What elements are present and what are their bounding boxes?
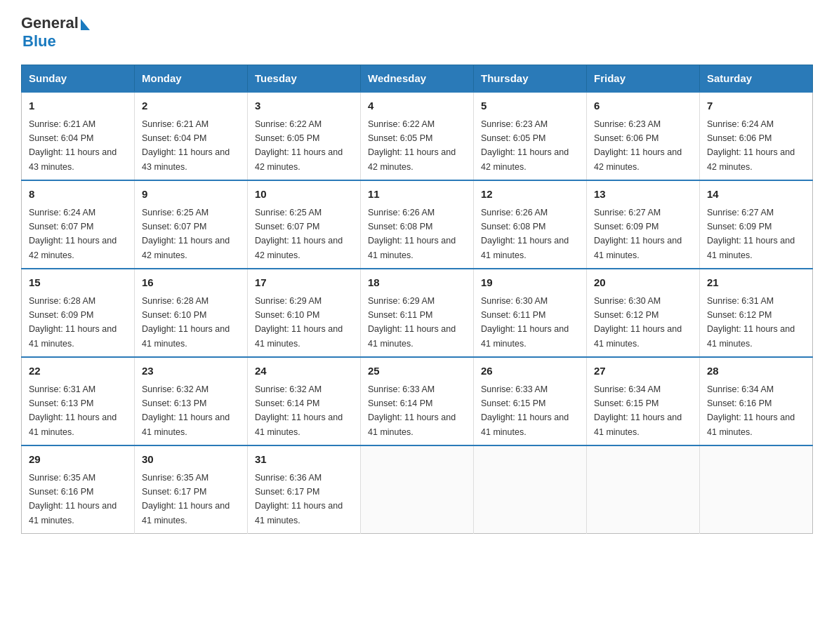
- day-info: Sunrise: 6:30 AMSunset: 6:11 PMDaylight:…: [481, 296, 569, 349]
- calendar-cell: 1 Sunrise: 6:21 AMSunset: 6:04 PMDayligh…: [22, 92, 135, 180]
- weekday-header-saturday: Saturday: [700, 65, 813, 93]
- day-info: Sunrise: 6:29 AMSunset: 6:10 PMDaylight:…: [255, 296, 343, 349]
- day-info: Sunrise: 6:25 AMSunset: 6:07 PMDaylight:…: [255, 208, 343, 260]
- logo: General Blue: [21, 14, 90, 51]
- calendar-cell: 6 Sunrise: 6:23 AMSunset: 6:06 PMDayligh…: [587, 92, 700, 180]
- day-info: Sunrise: 6:26 AMSunset: 6:08 PMDaylight:…: [368, 208, 456, 260]
- day-number: 24: [255, 363, 353, 380]
- calendar-cell: 13 Sunrise: 6:27 AMSunset: 6:09 PMDaylig…: [587, 180, 700, 269]
- day-number: 31: [255, 452, 353, 468]
- day-info: Sunrise: 6:35 AMSunset: 6:16 PMDaylight:…: [29, 473, 117, 525]
- day-number: 18: [368, 275, 466, 291]
- calendar-cell: 20 Sunrise: 6:30 AMSunset: 6:12 PMDaylig…: [587, 269, 700, 357]
- weekday-header-monday: Monday: [135, 65, 248, 93]
- calendar-cell: 19 Sunrise: 6:30 AMSunset: 6:11 PMDaylig…: [474, 269, 587, 357]
- day-number: 28: [707, 363, 805, 380]
- logo-line1: General: [21, 14, 90, 32]
- day-number: 1: [29, 98, 127, 114]
- day-info: Sunrise: 6:33 AMSunset: 6:14 PMDaylight:…: [368, 384, 456, 437]
- day-info: Sunrise: 6:21 AMSunset: 6:04 PMDaylight:…: [142, 119, 230, 172]
- day-info: Sunrise: 6:35 AMSunset: 6:17 PMDaylight:…: [142, 473, 230, 525]
- day-number: 14: [707, 187, 805, 203]
- day-number: 17: [255, 275, 353, 291]
- calendar-cell: 24 Sunrise: 6:32 AMSunset: 6:14 PMDaylig…: [248, 357, 361, 445]
- calendar-cell: 15 Sunrise: 6:28 AMSunset: 6:09 PMDaylig…: [22, 269, 135, 357]
- calendar-cell: 9 Sunrise: 6:25 AMSunset: 6:07 PMDayligh…: [135, 180, 248, 269]
- day-info: Sunrise: 6:27 AMSunset: 6:09 PMDaylight:…: [594, 208, 682, 260]
- day-number: 21: [707, 275, 805, 291]
- calendar-cell: 5 Sunrise: 6:23 AMSunset: 6:05 PMDayligh…: [474, 92, 587, 180]
- calendar-cell: 7 Sunrise: 6:24 AMSunset: 6:06 PMDayligh…: [700, 92, 813, 180]
- logo-triangle-icon: [81, 19, 90, 30]
- day-info: Sunrise: 6:24 AMSunset: 6:07 PMDaylight:…: [29, 208, 117, 260]
- calendar-cell: 31 Sunrise: 6:36 AMSunset: 6:17 PMDaylig…: [248, 445, 361, 534]
- day-number: 25: [368, 363, 466, 380]
- day-number: 16: [142, 275, 240, 291]
- day-info: Sunrise: 6:28 AMSunset: 6:10 PMDaylight:…: [142, 296, 230, 349]
- day-number: 4: [368, 98, 466, 114]
- day-number: 8: [29, 187, 127, 203]
- day-number: 27: [594, 363, 692, 380]
- day-info: Sunrise: 6:21 AMSunset: 6:04 PMDaylight:…: [29, 119, 117, 172]
- day-number: 20: [594, 275, 692, 291]
- calendar-cell: [587, 445, 700, 534]
- day-info: Sunrise: 6:32 AMSunset: 6:13 PMDaylight:…: [142, 384, 230, 437]
- weekday-header-row: SundayMondayTuesdayWednesdayThursdayFrid…: [22, 65, 813, 93]
- calendar-cell: 4 Sunrise: 6:22 AMSunset: 6:05 PMDayligh…: [361, 92, 474, 180]
- day-number: 10: [255, 187, 353, 203]
- day-info: Sunrise: 6:28 AMSunset: 6:09 PMDaylight:…: [29, 296, 117, 349]
- day-info: Sunrise: 6:31 AMSunset: 6:12 PMDaylight:…: [707, 296, 795, 349]
- calendar-cell: [700, 445, 813, 534]
- calendar-cell: 10 Sunrise: 6:25 AMSunset: 6:07 PMDaylig…: [248, 180, 361, 269]
- day-number: 26: [481, 363, 579, 380]
- day-number: 30: [142, 452, 240, 468]
- calendar-cell: 17 Sunrise: 6:29 AMSunset: 6:10 PMDaylig…: [248, 269, 361, 357]
- calendar-cell: 3 Sunrise: 6:22 AMSunset: 6:05 PMDayligh…: [248, 92, 361, 180]
- day-number: 9: [142, 187, 240, 203]
- logo-general: General: [21, 14, 79, 32]
- day-info: Sunrise: 6:33 AMSunset: 6:15 PMDaylight:…: [481, 384, 569, 437]
- day-number: 15: [29, 275, 127, 291]
- weekday-header-sunday: Sunday: [22, 65, 135, 93]
- day-number: 29: [29, 452, 127, 468]
- calendar-cell: 21 Sunrise: 6:31 AMSunset: 6:12 PMDaylig…: [700, 269, 813, 357]
- day-info: Sunrise: 6:29 AMSunset: 6:11 PMDaylight:…: [368, 296, 456, 349]
- calendar-cell: 8 Sunrise: 6:24 AMSunset: 6:07 PMDayligh…: [22, 180, 135, 269]
- calendar-cell: 30 Sunrise: 6:35 AMSunset: 6:17 PMDaylig…: [135, 445, 248, 534]
- day-number: 2: [142, 98, 240, 114]
- calendar-week-row: 29 Sunrise: 6:35 AMSunset: 6:16 PMDaylig…: [22, 445, 813, 534]
- calendar-cell: [361, 445, 474, 534]
- logo-blue-text: Blue: [22, 32, 56, 51]
- day-info: Sunrise: 6:25 AMSunset: 6:07 PMDaylight:…: [142, 208, 230, 260]
- calendar-cell: 25 Sunrise: 6:33 AMSunset: 6:14 PMDaylig…: [361, 357, 474, 445]
- day-number: 19: [481, 275, 579, 291]
- calendar-cell: 26 Sunrise: 6:33 AMSunset: 6:15 PMDaylig…: [474, 357, 587, 445]
- day-info: Sunrise: 6:23 AMSunset: 6:05 PMDaylight:…: [481, 119, 569, 172]
- day-info: Sunrise: 6:36 AMSunset: 6:17 PMDaylight:…: [255, 473, 343, 525]
- day-info: Sunrise: 6:22 AMSunset: 6:05 PMDaylight:…: [255, 119, 343, 172]
- weekday-header-thursday: Thursday: [474, 65, 587, 93]
- day-info: Sunrise: 6:32 AMSunset: 6:14 PMDaylight:…: [255, 384, 343, 437]
- day-info: Sunrise: 6:27 AMSunset: 6:09 PMDaylight:…: [707, 208, 795, 260]
- calendar-week-row: 22 Sunrise: 6:31 AMSunset: 6:13 PMDaylig…: [22, 357, 813, 445]
- day-info: Sunrise: 6:23 AMSunset: 6:06 PMDaylight:…: [594, 119, 682, 172]
- weekday-header-wednesday: Wednesday: [361, 65, 474, 93]
- calendar-cell: 22 Sunrise: 6:31 AMSunset: 6:13 PMDaylig…: [22, 357, 135, 445]
- calendar-cell: 14 Sunrise: 6:27 AMSunset: 6:09 PMDaylig…: [700, 180, 813, 269]
- day-info: Sunrise: 6:30 AMSunset: 6:12 PMDaylight:…: [594, 296, 682, 349]
- day-number: 12: [481, 187, 579, 203]
- calendar-cell: 28 Sunrise: 6:34 AMSunset: 6:16 PMDaylig…: [700, 357, 813, 445]
- weekday-header-friday: Friday: [587, 65, 700, 93]
- calendar-cell: 27 Sunrise: 6:34 AMSunset: 6:15 PMDaylig…: [587, 357, 700, 445]
- day-info: Sunrise: 6:24 AMSunset: 6:06 PMDaylight:…: [707, 119, 795, 172]
- calendar-cell: 16 Sunrise: 6:28 AMSunset: 6:10 PMDaylig…: [135, 269, 248, 357]
- calendar-cell: 2 Sunrise: 6:21 AMSunset: 6:04 PMDayligh…: [135, 92, 248, 180]
- day-number: 5: [481, 98, 579, 114]
- weekday-header-tuesday: Tuesday: [248, 65, 361, 93]
- calendar-week-row: 8 Sunrise: 6:24 AMSunset: 6:07 PMDayligh…: [22, 180, 813, 269]
- calendar-week-row: 15 Sunrise: 6:28 AMSunset: 6:09 PMDaylig…: [22, 269, 813, 357]
- calendar-cell: 12 Sunrise: 6:26 AMSunset: 6:08 PMDaylig…: [474, 180, 587, 269]
- day-number: 3: [255, 98, 353, 114]
- page-header: General Blue: [21, 14, 813, 51]
- day-number: 6: [594, 98, 692, 114]
